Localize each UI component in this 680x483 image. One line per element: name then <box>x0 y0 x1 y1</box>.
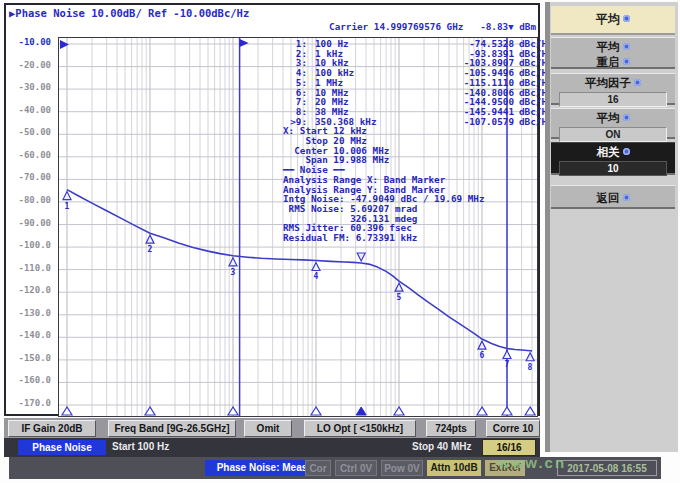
y-axis-label: -40.00 <box>18 105 51 115</box>
y-axis-label: -30.00 <box>18 82 51 92</box>
svg-text:4: 4 <box>314 272 319 281</box>
instrument-screen: ▶Phase Noise 10.00dB/ Ref -10.00dBc/Hz C… <box>0 0 680 483</box>
y-axis-label: -120.0 <box>18 285 51 295</box>
average-factor-value: 16 <box>559 92 667 107</box>
y-axis-label: -130.0 <box>18 308 51 318</box>
y-axis-label: -110.0 <box>18 263 51 273</box>
carrier-frequency: Carrier 14.999769576 GHz <box>329 21 463 32</box>
softkey-average-onoff[interactable]: 平均 ON <box>551 108 675 139</box>
toolbar-button[interactable]: Corre 10 <box>486 420 540 437</box>
trace-header-label: Phase Noise 10.00dB/ Ref -10.00dBc/Hz <box>15 7 249 19</box>
phase-noise-plot[interactable]: 12345678 1:100 Hz-74.5328dBc/Hz2:1 kHz-9… <box>58 37 538 417</box>
noise-analysis-readout: X: Start 12 kHz Stop 20 MHz Center 10.00… <box>283 126 553 242</box>
average-state-value: ON <box>559 127 667 142</box>
plot-readouts: 1:100 Hz-74.5328dBc/Hz2:1 kHz-93.8391dBc… <box>283 39 553 243</box>
svg-text:2: 2 <box>148 245 153 254</box>
softkey-correlation[interactable]: 相关 10 <box>551 142 675 175</box>
y-axis-label: -10.00 <box>18 37 51 47</box>
softkey-average-factor[interactable]: 平均因子 16 <box>551 73 675 105</box>
y-axis-label: -60.00 <box>18 150 51 160</box>
svg-text:5: 5 <box>397 293 402 302</box>
toolbar-button[interactable]: 724pts <box>426 420 476 437</box>
settings-toolbar: IF Gain 20dBFreq Band [9G-26.5GHz]OmitLO… <box>4 418 540 438</box>
softkey-icon <box>623 148 630 155</box>
y-axis-label: -100.0 <box>18 240 51 250</box>
svg-text:8: 8 <box>528 363 533 372</box>
correlation-value: 10 <box>559 161 667 176</box>
sweep-start-label: Start 100 Hz <box>112 441 169 452</box>
svg-text:3: 3 <box>231 268 236 277</box>
toolbar-button[interactable]: IF Gain 20dB <box>8 420 96 437</box>
y-axis-label: -50.00 <box>18 127 51 137</box>
trace-header: ▶Phase Noise 10.00dB/ Ref -10.00dBc/Hz <box>9 7 249 19</box>
carrier-readout: Carrier 14.999769576 GHz -8.83▼ dBm <box>329 21 536 32</box>
softkey-average-restart[interactable]: 平均 重启 <box>551 37 675 69</box>
watermark: www.cn <box>498 454 566 471</box>
softkey-icon <box>634 79 641 86</box>
phase-noise-window: ▶Phase Noise 10.00dB/ Ref -10.00dBc/Hz C… <box>4 3 540 416</box>
toolbar-button[interactable]: Omit <box>244 420 292 437</box>
softkey-icon <box>623 194 630 201</box>
softkey-icon <box>623 114 630 121</box>
y-axis-label: -150.0 <box>18 353 51 363</box>
y-axis-labels: -10.00-20.00-30.00-40.00-50.00-60.00-70.… <box>8 37 54 415</box>
sweep-stop-label: Stop 40 MHz <box>412 441 471 452</box>
status-indicator-pow: Pow 0V <box>381 460 423 476</box>
svg-text:7: 7 <box>504 360 509 369</box>
y-axis-label: -90.00 <box>18 218 51 228</box>
y-axis-label: -70.00 <box>18 172 51 182</box>
softkey-return[interactable]: 返回 <box>551 185 675 209</box>
softkey-menu-title: 平均 <box>551 6 675 35</box>
toolbar-button[interactable]: LO Opt [ <150kHz] <box>304 420 416 437</box>
svg-text:1: 1 <box>65 202 70 211</box>
y-axis-label: -160.0 <box>18 375 51 385</box>
measurement-status-chip[interactable]: Phase Noise: Meas <box>205 460 319 476</box>
carrier-power-unit: dBm <box>519 21 536 32</box>
datetime-display: 2017-05-08 16:55 <box>557 460 657 476</box>
y-axis-label: -20.00 <box>18 60 51 70</box>
y-axis-label: -170.0 <box>18 398 51 408</box>
softkey-icon <box>623 58 630 65</box>
softkey-panel: 平均 平均 重启 平均因子 16 平均 ON 相关 10 返回 <box>545 2 678 452</box>
softkey-icon <box>623 15 630 22</box>
status-indicator-attn: Attn 10dB <box>427 460 481 476</box>
svg-text:6: 6 <box>480 351 485 360</box>
softkey-icon <box>623 43 630 50</box>
status-indicator-ctrl: Ctrl 0V <box>335 460 377 476</box>
sweep-bar: Phase Noise Start 100 Hz Stop 40 MHz 16/… <box>4 438 540 457</box>
readout-line: Residual FM: 6.73391 kHz <box>283 233 553 243</box>
status-indicator-cor: Cor <box>305 460 331 476</box>
y-axis-label: -140.0 <box>18 330 51 340</box>
y-axis-label: -80.00 <box>18 195 51 205</box>
carrier-power: -8.83 <box>480 21 508 32</box>
toolbar-button[interactable]: Freq Band [9G-26.5GHz] <box>108 420 236 437</box>
marker-table: 1:100 Hz-74.5328dBc/Hz2:1 kHz-93.8391dBc… <box>283 39 553 126</box>
mode-chip[interactable]: Phase Noise <box>18 440 106 455</box>
